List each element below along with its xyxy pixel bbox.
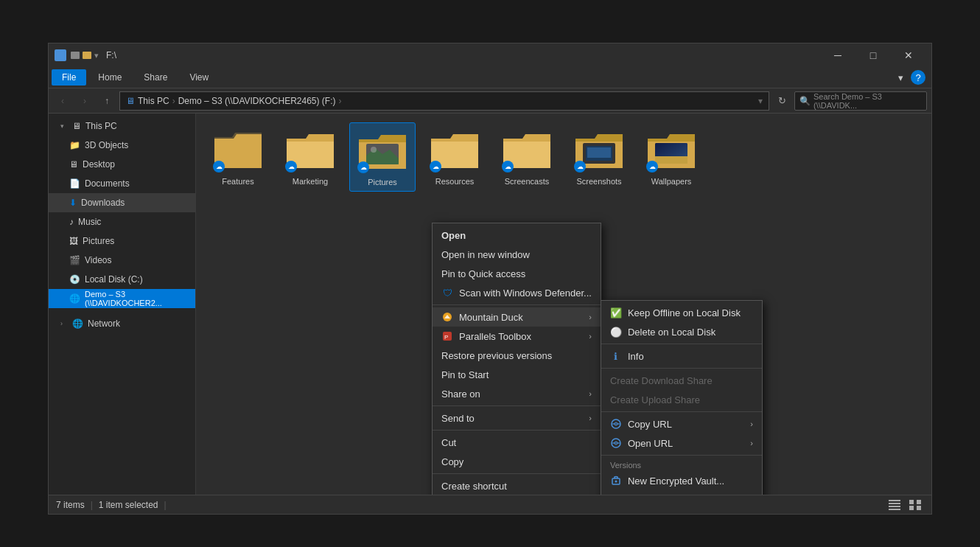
sidebar-item-documents[interactable]: 📄 Documents [49,174,195,193]
tab-file[interactable]: File [52,69,86,86]
sidebar-item-downloads[interactable]: ⬇ Downloads [49,193,195,212]
sidebar-item-desktop[interactable]: 🖥 Desktop [49,155,195,174]
tab-home[interactable]: Home [88,69,132,86]
shield-icon: 🛡 [441,287,453,299]
sidebar-item-network[interactable]: › 🌐 Network [49,314,195,333]
sm-new-vault[interactable]: New Encrypted Vault... [601,471,762,490]
sidebar-label-desktop: Desktop [83,159,115,170]
search-box[interactable]: 🔍 Search Demo – S3 (\\DAVIDK... [794,91,927,111]
sidebar-item-music[interactable]: ♪ Music [49,212,195,231]
svg-rect-7 [655,156,687,164]
cm-open-new-label: Open in new window [441,249,530,260]
open-url-icon [610,437,622,449]
file-explorer-window: ▾ F:\ ─ □ ✕ File Home Share View ▾ ? ‹ ›… [48,43,932,515]
sm-open-url[interactable]: Open URL › [601,433,762,453]
sm-info-label: Info [628,351,644,362]
cm-open[interactable]: Open [433,226,601,245]
cm-mountain-duck-arrow: › [589,313,592,321]
cm-create-shortcut[interactable]: Create shortcut [433,476,601,495]
sm-create-download-share: Create Download Share [601,371,762,390]
view-large-icons-button[interactable] [906,497,924,513]
disk-icon: 💿 [69,274,80,285]
ribbon-expand-icon[interactable]: ▾ [892,69,909,86]
sm-new-bookmark-label: New Bookmark [628,495,693,495]
downloads-icon: ⬇ [69,198,77,208]
svg-rect-28 [917,506,921,510]
sidebar-label-documents: Documents [85,178,130,189]
sm-create-upload-label: Create Upload Share [610,394,700,405]
statusbar-view-controls [886,497,924,513]
cm-pin-start[interactable]: Pin to Start [433,365,601,384]
cm-send-to-arrow: › [589,414,592,422]
file-item-marketing[interactable]: ☁ Marketing [277,122,343,192]
breadcrumb-dropdown[interactable]: ▾ [758,96,763,106]
sm-copy-url-arrow: › [750,419,753,428]
svg-rect-21 [889,500,900,501]
file-item-features[interactable]: ☁ Features [205,122,271,192]
cm-open-label: Open [441,230,466,241]
tab-view[interactable]: View [179,69,219,86]
sidebar-label-local-disk: Local Disk (C:) [85,274,143,285]
sm-keep-offline[interactable]: ✅ Keep Offline on Local Disk [601,303,762,322]
refresh-button[interactable]: ↻ [772,91,791,111]
cm-send-to-label: Send to [441,413,475,424]
cm-pin-start-label: Pin to Start [441,369,489,380]
view-details-button[interactable] [886,497,903,513]
file-item-screencasts[interactable]: ☁ Screencasts [494,122,560,192]
forward-button[interactable]: › [75,91,94,111]
sm-delete-local[interactable]: ⚪ Delete on Local Disk [601,322,762,341]
cm-copy[interactable]: Copy [433,452,601,471]
sm-copy-url[interactable]: Copy URL › [601,414,762,433]
cm-open-new-window[interactable]: Open in new window [433,245,601,264]
file-item-screenshots[interactable]: ☁ Screenshots [566,122,632,192]
check-circle-icon: ✅ [610,307,622,318]
back-button[interactable]: ‹ [53,91,72,111]
svg-rect-27 [909,506,914,510]
sm-open-url-arrow: › [750,439,753,447]
cm-cut[interactable]: Cut [433,433,601,452]
maximize-button[interactable]: □ [856,43,890,67]
breadcrumb-this-pc: 🖥 [126,96,135,106]
sm-delete-local-label: Delete on Local Disk [628,327,715,338]
minimize-button[interactable]: ─ [821,43,855,67]
network-icon: 🌐 [72,318,83,329]
expander-icon: ▾ [60,122,68,130]
cm-share-on[interactable]: Share on › [433,384,601,403]
file-item-wallpapers[interactable]: ☁ Wallpapers [638,122,704,192]
help-button[interactable]: ? [911,70,925,85]
title-sep: ▾ [94,51,99,60]
sidebar-item-pictures[interactable]: 🖼 Pictures [49,231,195,251]
cm-restore-versions[interactable]: Restore previous versions [433,346,601,365]
cm-parallels[interactable]: P Parallels Toolbox › [433,327,601,346]
cm-scan-defender[interactable]: 🛡 Scan with Windows Defender... [433,283,601,302]
cm-mountain-duck[interactable]: Mountain Duck › [433,307,601,327]
svg-text:P: P [444,334,448,341]
svg-rect-23 [889,506,900,507]
sm-create-upload-share: Create Upload Share [601,390,762,409]
cm-mountain-duck-label: Mountain Duck [459,312,523,323]
sidebar-item-local-disk[interactable]: 💿 Local Disk (C:) [49,270,195,289]
sm-info[interactable]: ℹ Info [601,346,762,366]
cm-send-to[interactable]: Send to › [433,408,601,428]
sidebar-item-3d-objects[interactable]: 📁 3D Objects [49,136,195,155]
sidebar-item-this-pc[interactable]: ▾ 🖥 This PC [49,116,195,136]
file-item-pictures[interactable]: ☁ Pictures [349,122,416,192]
up-button[interactable]: ↑ [97,91,116,111]
breadcrumb-item-0: This PC [138,96,169,106]
sm-new-bookmark[interactable]: New Bookmark [601,490,762,495]
cm-sep-3 [433,430,601,431]
file-item-resources[interactable]: ☁ Resources [421,122,488,192]
sidebar-label-network: Network [88,318,120,329]
tab-share[interactable]: Share [133,69,178,86]
sidebar-item-videos[interactable]: 🎬 Videos [49,251,195,270]
cm-pin-quick-access[interactable]: Pin to Quick access [433,264,601,283]
sidebar-item-demo-s3[interactable]: 🌐 Demo – S3 (\\DAVIDKOCHER2... [49,289,195,308]
status-bar: 7 items | 1 item selected | [49,495,931,514]
circle-icon: ⚪ [610,326,622,338]
close-button[interactable]: ✕ [892,43,925,67]
breadcrumb[interactable]: 🖥 This PC › Demo – S3 (\\DAVIDKOCHER2465… [119,91,769,111]
svg-point-16 [615,481,617,483]
file-label-pictures: Pictures [368,178,397,187]
computer-icon: 🖥 [72,121,81,131]
ribbon: File Home Share View ▾ ? [49,67,931,88]
